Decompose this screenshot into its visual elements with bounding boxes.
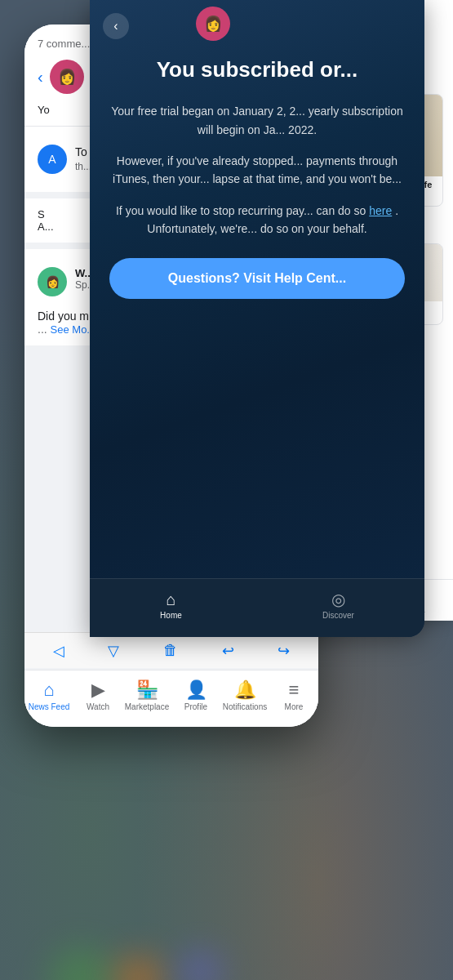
see-more-link[interactable]: See Mo... <box>51 323 96 336</box>
browser-share-back[interactable]: ↩ <box>215 639 241 663</box>
modal-body-1: Your free trial began on January 2, 2...… <box>109 102 405 139</box>
help-center-button[interactable]: Questions? Visit Help Cent... <box>109 258 405 299</box>
profile-label: Profile <box>184 702 207 711</box>
modal-here-link[interactable]: here <box>369 204 392 217</box>
back-button[interactable]: ‹ <box>38 68 43 87</box>
comments-text: 7 comme... <box>38 38 90 50</box>
modal-home-icon: ⌂ <box>166 590 175 609</box>
browser-back[interactable]: ◁ <box>47 639 71 663</box>
modal-bottom-tabs: ⌂ Home ◎ Discover <box>90 578 424 637</box>
home-icon: ⌂ <box>43 679 54 701</box>
modal-tab-home[interactable]: ⌂ Home <box>160 590 182 620</box>
modal-user-avatar: 👩 <box>196 7 230 41</box>
nav-notifications[interactable]: 🔔 Notifications <box>220 679 269 711</box>
modal-discover-label: Discover <box>322 611 354 620</box>
notifications-icon: 🔔 <box>234 679 256 701</box>
watch-label: Watch <box>87 702 109 711</box>
modal-body-3: If you would like to stop recurring pay.… <box>109 202 405 238</box>
fb-bottom-nav: ⌂ News Feed ▶ Watch 🏪 Marketplace 👤 Prof… <box>24 670 318 727</box>
nav-watch[interactable]: ▶ Watch <box>73 679 122 711</box>
modal-discover-icon: ◎ <box>331 590 345 609</box>
feed-avatar-3: 👩 <box>38 267 67 296</box>
modal-title: You subscribed or... <box>109 57 405 82</box>
more-label: More <box>285 702 304 711</box>
more-icon: ≡ <box>289 679 300 701</box>
nav-profile[interactable]: 👤 Profile <box>171 679 220 711</box>
modal-back-button[interactable]: ‹ <box>103 13 129 39</box>
modal-tab-discover[interactable]: ◎ Discover <box>322 590 354 620</box>
nav-marketplace[interactable]: 🏪 Marketplace <box>122 679 171 711</box>
browser-trash[interactable]: 🗑 <box>157 639 184 662</box>
feed-avatar-1: A <box>38 145 67 174</box>
marketplace-label: Marketplace <box>125 702 169 711</box>
user-avatar: 👩 <box>50 60 84 94</box>
browser-home[interactable]: ▽ <box>101 639 126 663</box>
news-feed-label: News Feed <box>29 702 70 711</box>
nav-more[interactable]: ≡ More <box>269 679 318 711</box>
nav-news-feed[interactable]: ⌂ News Feed <box>24 679 73 711</box>
browser-toolbar: ◁ ▽ 🗑 ↩ ↪ <box>24 632 318 668</box>
browser-share-fwd[interactable]: ↪ <box>271 639 296 663</box>
profile-icon: 👤 <box>185 679 207 701</box>
watch-icon: ▶ <box>91 679 105 701</box>
notifications-label: Notifications <box>223 702 267 711</box>
modal-content: You subscribed or... Your free trial beg… <box>90 0 424 315</box>
subscription-modal: ‹ 👩 You subscribed or... Your free trial… <box>90 0 424 637</box>
modal-home-label: Home <box>160 611 182 620</box>
marketplace-icon: 🏪 <box>136 679 158 701</box>
modal-body-2: However, if you've already stopped... pa… <box>109 152 405 189</box>
